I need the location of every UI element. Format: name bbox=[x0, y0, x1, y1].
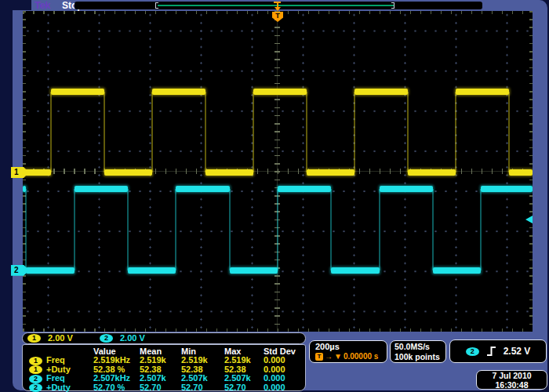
tek-logo: Tek bbox=[35, 0, 50, 11]
waveform-CH2-edge bbox=[480, 189, 482, 270]
ch2-badge: 2 bbox=[29, 375, 42, 383]
waveform-CH2-edge bbox=[277, 189, 278, 270]
waveform-CH2-edge bbox=[229, 189, 231, 270]
horizontal-trigger-position: 0.00000 s bbox=[344, 352, 379, 361]
measurement-min: 2.519k bbox=[181, 356, 208, 365]
time-text: 16:30:48 bbox=[482, 380, 542, 390]
measurement-value: 2.519kHz bbox=[93, 356, 130, 365]
measurement-name: +Duty bbox=[46, 383, 71, 392]
waveform-CH2-edge bbox=[379, 189, 380, 270]
waveform-CH1-edge bbox=[151, 92, 153, 172]
trigger-readout-box[interactable]: 2 2.52 V bbox=[449, 339, 547, 363]
waveform-CH1-edge bbox=[455, 92, 456, 172]
measurement-max: 2.519k bbox=[224, 356, 251, 365]
waveform-CH2-segment bbox=[26, 267, 74, 274]
measurement-row-ch1-Freq: 1Freq2.519kHz2.519k2.519k2.519k0.000 bbox=[23, 356, 305, 365]
ch2-scale: 2.00 V bbox=[120, 333, 145, 343]
waveform-CH2-edge bbox=[330, 189, 332, 270]
sample-rate: 50.0MS/s bbox=[394, 342, 442, 352]
measurement-min: 52.70 bbox=[181, 383, 203, 392]
horizontal-position-row: T→▼ 0.00000 s bbox=[315, 352, 381, 361]
ch2-badge[interactable]: 2 bbox=[100, 334, 113, 343]
measurement-min: 2.507k bbox=[181, 374, 208, 383]
waveform-CH1-edge bbox=[306, 92, 307, 172]
arrow-down-icon: ▼ bbox=[334, 352, 342, 361]
waveform-CH2-edge bbox=[432, 189, 434, 270]
measurement-name: Freq bbox=[46, 374, 65, 383]
waveform-CH2-segment bbox=[176, 186, 229, 192]
trigger-level-marker[interactable] bbox=[525, 216, 533, 223]
ch2-badge: 2 bbox=[29, 383, 42, 392]
trigger-source-badge: 2 bbox=[466, 347, 479, 356]
waveform-CH1-edge bbox=[354, 92, 355, 172]
waveform-CH1-segment bbox=[509, 169, 533, 176]
waveform-CH1-segment bbox=[456, 89, 509, 95]
waveform-CH2-segment bbox=[278, 186, 331, 192]
waveform-CH1-edge bbox=[205, 92, 206, 172]
ch1-badge: 1 bbox=[29, 365, 42, 374]
arrow-right-icon: → bbox=[325, 352, 333, 361]
ch1-badge[interactable]: 1 bbox=[27, 334, 41, 343]
channel-scale-bar[interactable]: 1 2.00 V 2 2.00 V bbox=[22, 332, 306, 344]
waveform-CH1-segment bbox=[51, 89, 104, 95]
waveform-CH2-segment bbox=[380, 186, 433, 192]
waveform-CH2-edge bbox=[25, 189, 27, 270]
waveform-CH2-edge bbox=[74, 189, 75, 270]
rising-edge-icon bbox=[486, 346, 496, 357]
measurement-max: 52.70 bbox=[224, 383, 246, 392]
horizontal-scale: 200µs bbox=[315, 342, 381, 352]
measurement-mean: 2.507k bbox=[140, 374, 166, 383]
measurement-std_dev: 0.000 bbox=[264, 356, 285, 365]
corner-notch bbox=[0, 0, 31, 10]
measurement-row-ch2-Duty: 2+Duty52.70 %52.7052.7052.700.000 bbox=[23, 383, 305, 392]
waveform-CH2-segment bbox=[230, 267, 278, 274]
measurement-value: 2.507kHz bbox=[93, 374, 130, 383]
waveform-CH1-segment bbox=[408, 169, 456, 176]
acquisition-readout-box[interactable]: 50.0MS/s 100k points bbox=[390, 340, 446, 363]
measurement-name: Freq bbox=[46, 356, 65, 365]
waveform-CH2-segment bbox=[128, 267, 176, 274]
ch1-badge: 1 bbox=[29, 357, 42, 365]
datetime-box: 7 Jul 2010 16:30:48 bbox=[476, 370, 547, 390]
horizontal-readout-box[interactable]: 200µs T→▼ 0.00000 s bbox=[309, 340, 387, 363]
waveform-CH2-edge bbox=[175, 189, 176, 270]
record-view-bar[interactable] bbox=[75, 2, 482, 9]
waveform-CH2-segment bbox=[75, 186, 128, 192]
bottom-edge-ticks bbox=[23, 328, 533, 332]
measurement-std_dev: 0.000 bbox=[264, 383, 285, 392]
measurement-mean: 52.70 bbox=[140, 383, 162, 392]
waveform-CH1-segment bbox=[205, 169, 253, 176]
measurement-std_dev: 0.000 bbox=[264, 374, 285, 383]
waveform-CH1-edge bbox=[50, 92, 52, 172]
waveform-CH1-segment bbox=[307, 169, 354, 176]
measurement-mean: 2.519k bbox=[140, 356, 166, 365]
ch1-scale: 2.00 V bbox=[48, 333, 73, 343]
waveform-CH1-segment bbox=[354, 89, 408, 95]
waveform-CH2-edge bbox=[127, 189, 129, 270]
record-length: 100k points bbox=[394, 352, 442, 362]
graticule bbox=[23, 11, 533, 332]
record-window-right-bracket bbox=[391, 2, 394, 9]
trigger-t-icon: T bbox=[315, 353, 323, 361]
oscilloscope-screen: Tek Stop T 1 2 1 2.00 V 2 2.00 V Value M… bbox=[0, 0, 549, 392]
waveform-CH1-edge bbox=[104, 92, 105, 172]
record-trigger-position-icon[interactable] bbox=[274, 2, 281, 11]
waveform-CH2-segment bbox=[433, 267, 481, 274]
record-window-left-bracket bbox=[155, 2, 158, 9]
date-text: 7 Jul 2010 bbox=[482, 371, 542, 380]
waveform-CH2-segment bbox=[481, 186, 533, 192]
trigger-level: 2.52 V bbox=[504, 346, 531, 357]
waveform-CH2-segment bbox=[331, 267, 379, 274]
measurement-row-ch2-Freq: 2Freq2.507kHz2.507k2.507k2.507k0.000 bbox=[23, 374, 305, 383]
waveform-CH1-edge bbox=[253, 92, 254, 172]
waveform-CH1-edge bbox=[407, 92, 409, 172]
waveform-CH1-segment bbox=[104, 169, 152, 176]
waveform-CH1-edge bbox=[508, 92, 510, 172]
waveform-CH1-segment bbox=[152, 89, 205, 95]
measurement-max: 2.507k bbox=[224, 374, 251, 383]
measurement-value: 52.70 % bbox=[93, 383, 125, 392]
waveform-CH1-segment bbox=[253, 89, 307, 95]
measurement-table: Value Mean Min Max Std Dev 1Freq2.519kHz… bbox=[22, 344, 306, 391]
